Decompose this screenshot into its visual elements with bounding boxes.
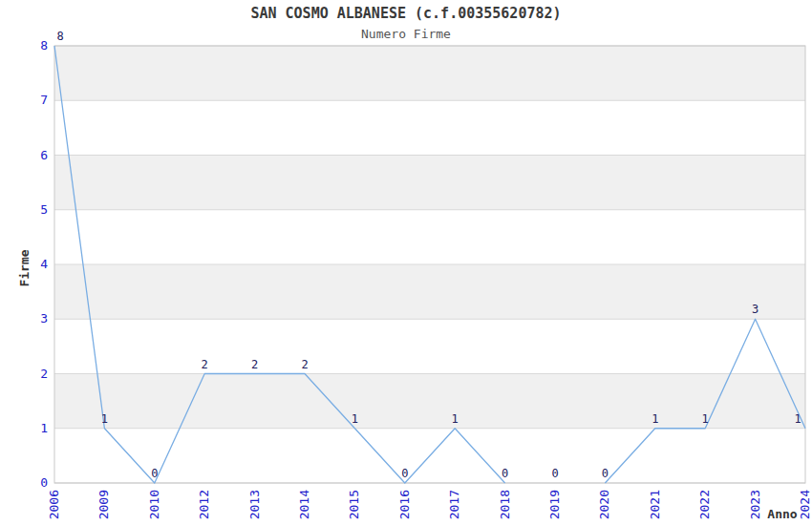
x-tick-label: 2019 xyxy=(547,490,562,519)
data-label: 0 xyxy=(401,467,408,480)
data-label: 8 xyxy=(56,30,63,43)
x-tick-label: 2009 xyxy=(96,490,111,519)
x-tick-label: 2013 xyxy=(247,490,262,519)
data-label: 0 xyxy=(151,467,158,480)
data-label: 1 xyxy=(352,412,358,426)
y-tick-label: 0 xyxy=(40,475,48,490)
data-label: 1 xyxy=(794,412,801,426)
data-label: 3 xyxy=(752,303,759,316)
data-label: 0 xyxy=(551,467,558,480)
x-tick-label: 2006 xyxy=(47,490,61,519)
chart-title: SAN COSMO ALBANESE (c.f.00355620782) xyxy=(250,5,561,22)
x-tick-label: 2012 xyxy=(197,490,211,519)
data-label: 0 xyxy=(602,467,609,480)
x-axis-label: Anno xyxy=(767,507,797,521)
x-tick-label: 2017 xyxy=(447,490,461,519)
chart-subtitle: Numero Firme xyxy=(361,27,451,41)
x-tick-label: 2020 xyxy=(597,490,611,519)
x-tick-label: 2021 xyxy=(648,490,662,519)
y-tick-label: 4 xyxy=(40,257,48,271)
data-label: 1 xyxy=(452,412,459,426)
plot-band xyxy=(54,264,805,319)
y-axis-label: Firme xyxy=(17,249,32,286)
y-tick-label: 2 xyxy=(40,367,48,381)
x-tick-label: 2010 xyxy=(147,490,161,519)
x-tick-label: 2015 xyxy=(347,490,361,519)
data-label: 1 xyxy=(652,412,658,426)
data-label: 0 xyxy=(502,467,508,480)
data-label: 2 xyxy=(202,358,208,371)
y-tick-label: 6 xyxy=(40,148,48,162)
x-tick-label: 2022 xyxy=(697,490,712,519)
y-tick-label: 8 xyxy=(40,38,48,52)
plot-band xyxy=(54,374,805,429)
y-tick-label: 7 xyxy=(40,93,48,107)
x-tick-label: 2023 xyxy=(748,490,762,519)
x-tick-label: 2018 xyxy=(498,490,512,519)
x-tick-label: 2024 xyxy=(798,490,812,519)
plot-area: 8102221010001131012345678200620092010201… xyxy=(0,0,812,525)
y-tick-label: 1 xyxy=(40,421,48,435)
chart-canvas: 8102221010001131012345678200620092010201… xyxy=(0,0,812,525)
data-label: 2 xyxy=(301,358,308,371)
x-tick-label: 2014 xyxy=(297,490,311,519)
plot-band xyxy=(54,46,805,100)
y-tick-label: 3 xyxy=(40,311,48,326)
y-tick-label: 5 xyxy=(40,202,48,217)
plot-band xyxy=(54,156,805,210)
data-label: 1 xyxy=(101,412,108,426)
data-label: 2 xyxy=(251,358,258,371)
x-tick-label: 2016 xyxy=(397,490,412,519)
data-label: 1 xyxy=(702,412,709,426)
